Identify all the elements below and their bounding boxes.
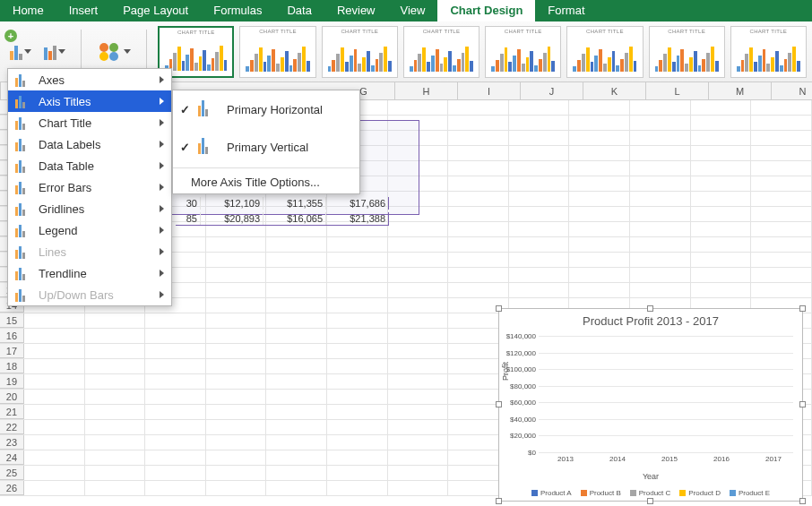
cell[interactable] xyxy=(448,253,509,267)
cell[interactable] xyxy=(569,146,630,160)
cell[interactable] xyxy=(751,253,812,267)
cell[interactable] xyxy=(630,237,691,252)
cell[interactable] xyxy=(327,329,388,343)
cell[interactable] xyxy=(266,466,327,480)
column-header-M[interactable]: M xyxy=(709,82,772,99)
cell[interactable] xyxy=(24,359,85,373)
row-header-15[interactable]: 15 xyxy=(0,313,24,328)
add-chart-element-button[interactable]: + xyxy=(5,30,36,73)
cell[interactable] xyxy=(388,100,449,115)
cell[interactable] xyxy=(206,268,267,282)
chart-style-7[interactable]: Chart Title xyxy=(649,26,725,78)
cell[interactable] xyxy=(266,435,327,450)
menu-item-axes[interactable]: Axes xyxy=(8,69,171,90)
cell[interactable] xyxy=(206,420,267,434)
resize-handle[interactable] xyxy=(799,498,806,504)
cell[interactable] xyxy=(388,359,449,373)
cell[interactable] xyxy=(327,359,388,373)
cell[interactable] xyxy=(24,435,85,450)
cell[interactable] xyxy=(206,313,267,328)
resize-handle[interactable] xyxy=(647,305,653,312)
cell[interactable] xyxy=(569,268,630,282)
cell[interactable] xyxy=(569,116,630,130)
cell[interactable] xyxy=(448,283,509,297)
cell[interactable] xyxy=(206,344,267,358)
column-header-J[interactable]: J xyxy=(521,82,583,99)
cell[interactable] xyxy=(206,466,267,480)
cell[interactable] xyxy=(85,466,146,480)
cell[interactable] xyxy=(206,283,267,297)
cell[interactable] xyxy=(388,344,449,358)
cell[interactable] xyxy=(266,420,327,434)
cell[interactable] xyxy=(24,329,85,343)
cell[interactable] xyxy=(630,161,691,176)
cell[interactable] xyxy=(509,222,570,236)
row-header-18[interactable]: 18 xyxy=(0,359,24,373)
cell[interactable] xyxy=(206,253,267,267)
cell[interactable] xyxy=(509,283,570,297)
cell[interactable] xyxy=(388,466,449,480)
cell[interactable] xyxy=(751,222,812,236)
cell[interactable] xyxy=(691,146,752,160)
cell[interactable] xyxy=(388,237,449,252)
cell[interactable] xyxy=(206,450,267,465)
cell[interactable] xyxy=(266,390,327,404)
chart-title[interactable]: Product Profit 2013 - 2017 xyxy=(499,309,802,330)
cell[interactable] xyxy=(145,435,206,450)
chart-style-3[interactable]: CHART TITLE xyxy=(322,26,398,78)
cell[interactable] xyxy=(145,313,206,328)
row-header-16[interactable]: 16 xyxy=(0,329,24,343)
cell[interactable] xyxy=(85,313,146,328)
cell[interactable] xyxy=(751,207,812,221)
resize-handle[interactable] xyxy=(496,401,502,407)
ribbon-tab-format[interactable]: Format xyxy=(535,0,597,21)
column-header-K[interactable]: K xyxy=(583,82,646,99)
cell[interactable] xyxy=(145,450,206,465)
cell[interactable] xyxy=(569,253,630,267)
cell[interactable] xyxy=(691,268,752,282)
cell[interactable] xyxy=(630,283,691,297)
cell[interactable] xyxy=(145,359,206,373)
ribbon-tab-insert[interactable]: Insert xyxy=(56,0,111,21)
cell[interactable] xyxy=(388,450,449,465)
cell[interactable] xyxy=(569,131,630,145)
cell[interactable] xyxy=(509,176,570,191)
cell[interactable] xyxy=(266,298,327,313)
cell[interactable] xyxy=(327,298,388,313)
cell[interactable] xyxy=(630,268,691,282)
cell[interactable] xyxy=(388,435,449,450)
cell[interactable] xyxy=(569,222,630,236)
cell[interactable] xyxy=(266,374,327,389)
cell[interactable] xyxy=(448,192,509,206)
cell[interactable] xyxy=(691,176,752,191)
cell[interactable] xyxy=(388,176,449,191)
legend-item[interactable]: Product C xyxy=(630,489,671,497)
select-all-corner[interactable] xyxy=(0,82,1,99)
row-header-23[interactable]: 23 xyxy=(0,435,24,450)
legend-item[interactable]: Product E xyxy=(730,489,770,497)
cell[interactable] xyxy=(630,222,691,236)
cell[interactable] xyxy=(448,116,509,130)
cell[interactable] xyxy=(206,481,267,495)
cell[interactable] xyxy=(206,390,267,404)
menu-item-chart-title[interactable]: Chart Title xyxy=(8,112,171,133)
ribbon-tab-home[interactable]: Home xyxy=(0,0,56,21)
cell[interactable] xyxy=(388,192,449,206)
cell[interactable] xyxy=(85,405,146,419)
cell[interactable] xyxy=(327,253,388,267)
row-header-17[interactable]: 17 xyxy=(0,344,24,358)
cell[interactable] xyxy=(448,161,509,176)
cell[interactable] xyxy=(206,329,267,343)
row-header-26[interactable]: 26 xyxy=(0,481,24,495)
cell[interactable] xyxy=(266,359,327,373)
cell[interactable] xyxy=(448,207,509,221)
cell[interactable] xyxy=(24,390,85,404)
submenu-item-more-options[interactable]: More Axis Title Options... xyxy=(173,170,359,193)
row-header-21[interactable]: 21 xyxy=(0,405,24,419)
cell[interactable] xyxy=(509,268,570,282)
cell[interactable] xyxy=(85,329,146,343)
cell[interactable] xyxy=(509,237,570,252)
cell[interactable] xyxy=(691,283,752,297)
plot-area[interactable]: $0$20,000$40,000$60,000$80,000$100,000$1… xyxy=(539,336,793,452)
cell[interactable] xyxy=(266,344,327,358)
